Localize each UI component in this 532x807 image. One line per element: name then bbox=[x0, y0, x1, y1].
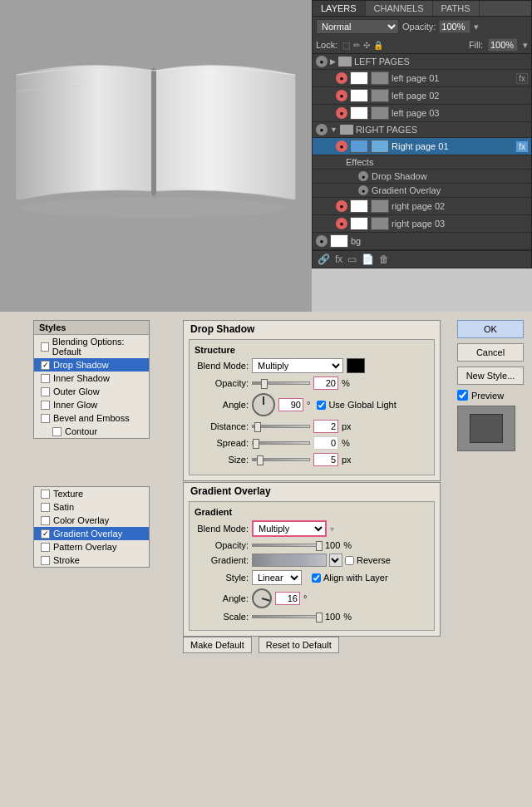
go-opacity-thumb[interactable] bbox=[316, 541, 323, 551]
new-group-icon[interactable]: ▭ bbox=[347, 253, 357, 265]
outer-glow-checkbox[interactable] bbox=[41, 387, 50, 396]
left-page-02-row[interactable]: ● left page 02 bbox=[313, 87, 531, 105]
stroke-checkbox[interactable] bbox=[41, 556, 50, 565]
style-outer-glow[interactable]: Outer Glow bbox=[34, 385, 149, 398]
fill-input[interactable] bbox=[488, 38, 518, 52]
tab-channels[interactable]: CHANNELS bbox=[366, 1, 433, 16]
gradient-overlay-visibility[interactable]: ● bbox=[358, 185, 368, 195]
reverse-checkbox[interactable] bbox=[345, 556, 354, 565]
spread-slider-thumb[interactable] bbox=[253, 439, 259, 449]
new-style-button[interactable]: New Style... bbox=[457, 367, 524, 385]
style-inner-glow[interactable]: Inner Glow bbox=[34, 398, 149, 411]
blend-mode-select[interactable]: Normal bbox=[316, 19, 399, 34]
right-page-02-visibility[interactable]: ● bbox=[336, 200, 347, 212]
blending-options-checkbox[interactable] bbox=[41, 342, 49, 352]
left-page-03-row[interactable]: ● left page 03 bbox=[313, 105, 531, 122]
style-drop-shadow[interactable]: Drop Shadow bbox=[34, 358, 149, 372]
right-pages-group-header[interactable]: ● ▼ RIGHT PAGES bbox=[313, 122, 531, 138]
right-page-01-row[interactable]: ● Right page 01 fx bbox=[313, 138, 531, 155]
left-pages-group-header[interactable]: ● ▶ LEFT PAGES bbox=[313, 54, 531, 70]
go-style-select[interactable]: Linear bbox=[252, 570, 302, 585]
go-scale-slider[interactable] bbox=[252, 615, 318, 618]
style-gradient-overlay[interactable]: Gradient Overlay bbox=[34, 527, 149, 540]
style-bevel-emboss[interactable]: Bevel and Emboss bbox=[34, 411, 149, 425]
make-default-button[interactable]: Make Default bbox=[183, 637, 252, 653]
go-angle-dial[interactable] bbox=[252, 588, 272, 608]
tab-paths[interactable]: PATHS bbox=[433, 1, 480, 16]
gradient-overlay-effect-row[interactable]: ● Gradient Overlay bbox=[313, 184, 531, 198]
trash-icon[interactable]: 🗑 bbox=[379, 253, 389, 265]
style-pattern-overlay[interactable]: Pattern Overlay bbox=[34, 540, 149, 554]
inner-shadow-checkbox[interactable] bbox=[41, 374, 50, 383]
bevel-emboss-checkbox[interactable] bbox=[41, 414, 50, 423]
right-page-03-row[interactable]: ● right page 03 bbox=[313, 215, 531, 233]
left-page-01-visibility[interactable]: ● bbox=[336, 72, 347, 84]
left-page-02-visibility[interactable]: ● bbox=[336, 90, 347, 101]
distance-slider-thumb[interactable] bbox=[254, 422, 261, 432]
drop-shadow-checkbox[interactable] bbox=[41, 361, 50, 370]
right-page-03-visibility[interactable]: ● bbox=[336, 218, 347, 229]
style-color-overlay[interactable]: Color Overlay bbox=[34, 514, 149, 527]
lock-position-icon[interactable]: ✣ bbox=[363, 41, 370, 50]
opacity-input[interactable] bbox=[439, 20, 470, 33]
drop-shadow-effect-row[interactable]: ● Drop Shadow bbox=[313, 170, 531, 184]
distance-value[interactable] bbox=[313, 420, 338, 433]
inner-glow-checkbox[interactable] bbox=[41, 401, 50, 410]
right-page-02-row[interactable]: ● right page 02 bbox=[313, 198, 531, 215]
ok-button[interactable]: OK bbox=[457, 320, 524, 338]
spread-value[interactable] bbox=[313, 436, 338, 450]
lock-all-icon[interactable]: 🔒 bbox=[373, 41, 383, 50]
drop-shadow-blend-select[interactable]: Multiply bbox=[252, 358, 343, 373]
reset-to-default-button[interactable]: Reset to Default bbox=[259, 637, 339, 653]
go-blend-arrow[interactable]: ▾ bbox=[330, 524, 334, 534]
align-layer-checkbox[interactable] bbox=[312, 573, 321, 583]
style-satin[interactable]: Satin bbox=[34, 500, 149, 514]
go-angle-value[interactable] bbox=[275, 592, 300, 605]
opacity-slider-thumb[interactable] bbox=[261, 379, 268, 389]
spread-slider-track[interactable] bbox=[252, 441, 310, 445]
bg-layer-row[interactable]: ● bg bbox=[313, 233, 531, 250]
style-blending-options[interactable]: Blending Options: Default bbox=[34, 335, 149, 358]
right-page-01-visibility[interactable]: ● bbox=[336, 140, 347, 152]
drop-shadow-color[interactable] bbox=[347, 358, 365, 373]
preview-checkbox[interactable] bbox=[457, 390, 468, 401]
bg-visibility[interactable]: ● bbox=[316, 235, 328, 247]
pattern-overlay-checkbox[interactable] bbox=[41, 543, 50, 552]
texture-checkbox[interactable] bbox=[41, 490, 50, 499]
color-overlay-checkbox[interactable] bbox=[41, 516, 50, 525]
go-opacity-slider[interactable] bbox=[252, 544, 318, 547]
new-layer-icon[interactable]: 📄 bbox=[362, 253, 374, 265]
size-slider-thumb[interactable] bbox=[257, 455, 264, 465]
cancel-button[interactable]: Cancel bbox=[457, 343, 524, 362]
satin-checkbox[interactable] bbox=[41, 503, 50, 512]
left-page-01-row[interactable]: ● left page 01 fx bbox=[313, 70, 531, 87]
use-global-light-checkbox[interactable] bbox=[317, 401, 326, 410]
link-icon[interactable]: 🔗 bbox=[318, 253, 330, 265]
size-slider-track[interactable] bbox=[252, 458, 310, 461]
fx-icon[interactable]: fx bbox=[335, 253, 342, 265]
fill-arrow[interactable]: ▾ bbox=[523, 40, 528, 51]
tab-layers[interactable]: LAYERS bbox=[313, 1, 366, 16]
angle-value[interactable] bbox=[278, 398, 303, 411]
style-texture[interactable]: Texture bbox=[34, 487, 149, 500]
opacity-slider-track[interactable] bbox=[252, 381, 310, 385]
lock-brush-icon[interactable]: ✏ bbox=[353, 41, 360, 50]
go-scale-thumb[interactable] bbox=[316, 613, 323, 622]
gradient-dropdown[interactable]: ▾ bbox=[329, 554, 342, 567]
opacity-value-ds[interactable] bbox=[313, 376, 338, 390]
left-pages-visibility[interactable]: ● bbox=[316, 56, 328, 67]
left-page-03-visibility[interactable]: ● bbox=[336, 107, 347, 119]
contour-checkbox[interactable] bbox=[52, 427, 62, 436]
right-pages-arrow[interactable]: ▼ bbox=[330, 125, 337, 134]
left-pages-arrow[interactable]: ▶ bbox=[330, 57, 336, 66]
drop-shadow-visibility[interactable]: ● bbox=[358, 171, 368, 181]
style-inner-shadow[interactable]: Inner Shadow bbox=[34, 372, 149, 385]
opacity-arrow[interactable]: ▾ bbox=[474, 22, 479, 32]
right-pages-visibility[interactable]: ● bbox=[316, 124, 328, 135]
style-contour[interactable]: Contour bbox=[34, 425, 149, 438]
gradient-overlay-checkbox[interactable] bbox=[41, 529, 50, 539]
go-blend-select[interactable]: Multiply bbox=[252, 520, 327, 537]
angle-dial[interactable] bbox=[252, 393, 275, 416]
lock-transparency-icon[interactable]: ⬚ bbox=[342, 41, 350, 50]
style-stroke[interactable]: Stroke bbox=[34, 554, 149, 567]
